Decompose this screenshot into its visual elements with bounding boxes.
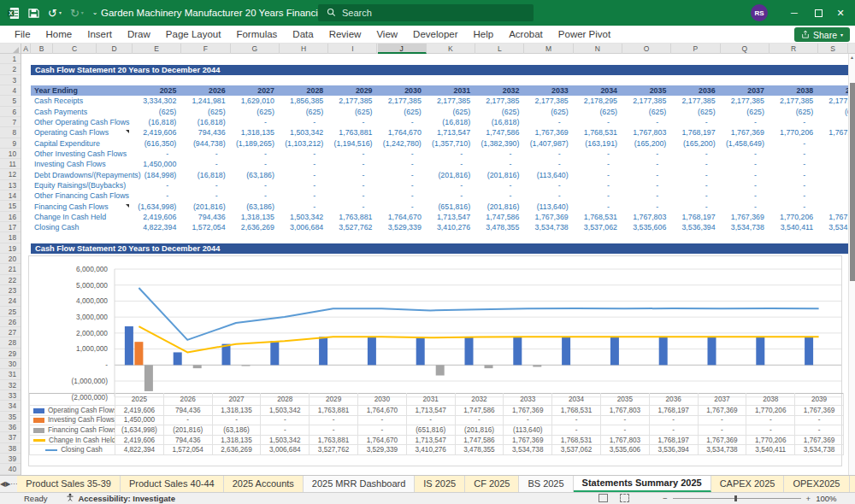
sheet-tab-2025-mrr-dashboard[interactable]: 2025 MRR Dashboard	[304, 476, 415, 492]
ribbon-tab-developer[interactable]: Developer	[405, 26, 465, 44]
cell[interactable]: 2,177,385	[524, 96, 573, 106]
cell[interactable]: 1,318,135	[231, 212, 280, 222]
cell[interactable]: (625)	[328, 107, 377, 117]
cell[interactable]: (165,200)	[622, 138, 671, 149]
column-header-P[interactable]: P	[671, 44, 720, 54]
cell[interactable]: -	[231, 159, 280, 169]
cell[interactable]: -	[181, 159, 230, 169]
cell[interactable]: 1,318,135	[231, 127, 280, 138]
cell[interactable]: -	[231, 190, 280, 201]
cell[interactable]: 1,767,803	[622, 212, 671, 222]
cell[interactable]: 3,410,276	[427, 222, 475, 232]
cell[interactable]: -	[475, 159, 524, 169]
cell[interactable]: -	[328, 159, 377, 169]
cell[interactable]: 1,856,385	[280, 96, 328, 106]
cell[interactable]: -	[671, 180, 720, 190]
cell[interactable]: -	[818, 117, 848, 127]
cell[interactable]: 3,006,684	[280, 222, 328, 232]
cell[interactable]: (1,634,998)	[133, 202, 181, 212]
cell[interactable]: -	[475, 190, 524, 201]
column-header-N[interactable]: N	[574, 44, 622, 54]
cell[interactable]: -	[328, 117, 377, 127]
cell[interactable]: 1,768,197	[671, 212, 720, 222]
sheet-tab-bs-2025[interactable]: BS 2025	[519, 476, 573, 492]
cell[interactable]: -	[770, 159, 818, 169]
sheet-tab-is-2025[interactable]: IS 2025	[415, 476, 465, 492]
cell[interactable]: 3,534,738	[721, 222, 770, 232]
cell[interactable]: 1,770,206	[770, 212, 818, 222]
cell[interactable]: 794,436	[181, 127, 230, 138]
cell[interactable]: (184,998)	[133, 170, 181, 180]
cell[interactable]: -	[328, 149, 377, 159]
cell[interactable]: 3,334,302	[133, 96, 181, 106]
zoom-in-icon[interactable]: +	[806, 494, 811, 503]
cell[interactable]: 1,770,206	[770, 127, 818, 138]
cell[interactable]: -	[721, 202, 770, 212]
cell[interactable]: (625)	[622, 107, 671, 117]
cell[interactable]: (1,189,265)	[231, 138, 280, 149]
ribbon-tab-home[interactable]: Home	[38, 26, 80, 44]
sheet-tab-2026[interactable]: 2026	[850, 476, 855, 492]
sheet-row-12[interactable]: Debt Drawdowns/(Repayments)(184,998)(16,…	[0, 170, 848, 180]
cell[interactable]: -	[280, 202, 328, 212]
cell[interactable]: (625)	[574, 107, 622, 117]
cell[interactable]: -	[671, 170, 720, 180]
accessibility-status[interactable]: Accessibility: Investigate	[78, 493, 175, 504]
cell[interactable]: -	[770, 190, 818, 201]
cell[interactable]: 3,537,062	[574, 222, 622, 232]
cell[interactable]: (625)	[671, 107, 720, 117]
cell[interactable]: (625)	[378, 107, 427, 117]
cell[interactable]: -	[671, 190, 720, 201]
cell[interactable]: -	[721, 180, 770, 190]
cell[interactable]: -	[721, 159, 770, 169]
cell[interactable]: (63,186)	[231, 202, 280, 212]
cell[interactable]: -	[280, 117, 328, 127]
share-button[interactable]: Share ▾	[794, 27, 850, 42]
column-header-O[interactable]: O	[622, 44, 671, 54]
cell[interactable]: -	[328, 170, 377, 180]
page-layout-view-button[interactable]	[598, 494, 608, 502]
ribbon-tab-page-layout[interactable]: Page Layout	[158, 26, 229, 44]
cell[interactable]: (163,191)	[574, 138, 622, 149]
ribbon-tab-view[interactable]: View	[369, 26, 405, 44]
cell[interactable]: 3,534,738	[818, 222, 848, 232]
cell[interactable]: 1,747,586	[475, 127, 524, 138]
sheet-tab-2025-accounts[interactable]: 2025 Accounts	[224, 476, 304, 492]
cell[interactable]: -	[721, 190, 770, 201]
cell[interactable]: -	[770, 149, 818, 159]
cell[interactable]: 2,177,385	[770, 96, 818, 106]
cell[interactable]: 1,503,342	[280, 212, 328, 222]
column-header-G[interactable]: G	[231, 44, 280, 54]
column-header-J[interactable]: J	[378, 44, 427, 54]
cell[interactable]: -	[378, 170, 427, 180]
cell[interactable]: 2,419,606	[133, 212, 181, 222]
cell[interactable]: (201,816)	[475, 202, 524, 212]
search-box[interactable]: Search	[318, 4, 534, 21]
cell[interactable]: (165,200)	[671, 138, 720, 149]
cell[interactable]: -	[133, 180, 181, 190]
cell[interactable]: -	[181, 190, 230, 201]
sheet-row-11[interactable]: Investing Cash Flows1,450,000-----------…	[0, 159, 848, 169]
cell[interactable]: 1,450,000	[133, 159, 181, 169]
column-header-M[interactable]: M	[524, 44, 573, 54]
cell[interactable]: -	[671, 202, 720, 212]
cell[interactable]: -	[524, 180, 573, 190]
cell[interactable]: 2,177,385	[721, 96, 770, 106]
cell[interactable]: -	[671, 159, 720, 169]
cell[interactable]: -	[770, 202, 818, 212]
cell[interactable]: 1,713,547	[427, 212, 475, 222]
avatar[interactable]: RS	[751, 4, 768, 21]
cell[interactable]: -	[133, 190, 181, 201]
tab-more-left-icon[interactable]: ⋯	[10, 476, 17, 492]
column-header-L[interactable]: L	[475, 44, 524, 54]
cell[interactable]: 3,534,738	[524, 222, 573, 232]
cell[interactable]: -	[328, 190, 377, 201]
cell[interactable]: 2,177,385	[378, 96, 427, 106]
cell[interactable]: (16,818)	[181, 117, 230, 127]
sheet-tab-opex2025[interactable]: OPEX2025	[784, 476, 849, 492]
column-headers[interactable]: ABCDEFGHIJKLMNOPQRS	[0, 44, 855, 54]
sheet-cells[interactable]: Cash Flow Statement 20 Years to December…	[0, 54, 848, 475]
cell[interactable]: 1,767,369	[818, 212, 848, 222]
ribbon-tab-acrobat[interactable]: Acrobat	[501, 26, 551, 44]
column-header-R[interactable]: R	[770, 44, 818, 54]
